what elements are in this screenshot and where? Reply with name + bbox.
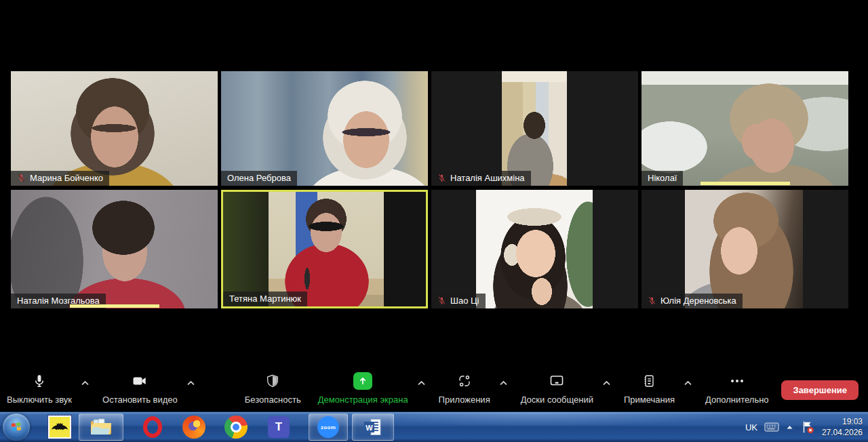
participant-nametag: Шао Ці: [431, 294, 486, 308]
svg-text:W: W: [366, 424, 373, 432]
mute-options-chevron[interactable]: [81, 376, 90, 388]
opera-icon: [143, 416, 162, 438]
stop-video-button[interactable]: Остановить видео: [102, 370, 178, 405]
participant-nametag: Наталія Ашихміна: [431, 171, 531, 186]
share-screen-button-label: Демонстрация экрана: [318, 395, 408, 405]
notes-button[interactable]: Примечания: [624, 370, 675, 405]
muted-mic-icon: [437, 296, 446, 305]
participant-video: [642, 71, 848, 186]
end-meeting-button[interactable]: Завершение: [781, 380, 859, 400]
apps-icon: [457, 372, 472, 390]
notes-icon: [642, 372, 656, 390]
muted-mic-icon: [17, 174, 26, 182]
whiteboards-button[interactable]: Доски сообщений: [521, 370, 593, 405]
taskbar-item-word[interactable]: W: [352, 414, 394, 441]
share-options-chevron[interactable]: [417, 376, 426, 388]
taskbar-item-thebat[interactable]: [46, 412, 73, 442]
bat-mail-icon: [48, 416, 71, 439]
participant-video: [11, 71, 218, 186]
whiteboard-icon: [549, 372, 565, 390]
participant-name: Юлія Дереновська: [660, 296, 736, 306]
participant-tile[interactable]: Марина Бойченко: [11, 71, 218, 186]
video-options-chevron[interactable]: [186, 376, 195, 388]
taskbar-item-zoom[interactable]: zoom: [309, 414, 348, 441]
muted-mic-icon: [648, 296, 656, 305]
participant-name: Ніколаї: [648, 173, 677, 183]
taskbar-item-explorer[interactable]: [79, 414, 123, 441]
participant-tile[interactable]: Шао Ці: [431, 190, 638, 308]
participant-nametag: Ніколаї: [642, 171, 683, 186]
participant-video: [685, 190, 803, 308]
participant-tile[interactable]: Олена Реброва: [221, 71, 428, 186]
mute-button-label: Выключить звук: [7, 395, 72, 405]
more-button[interactable]: Дополнительно: [705, 370, 769, 405]
word-icon: W: [363, 417, 383, 437]
participant-name: Наталія Ашихміна: [450, 173, 525, 183]
participant-name: Марина Бойченко: [30, 173, 103, 183]
chrome-icon: [224, 416, 248, 439]
participant-nametag: Олена Реброва: [221, 171, 297, 186]
show-hidden-icons-chevron[interactable]: [786, 424, 793, 430]
clock-date: 27.04.2026: [822, 427, 863, 438]
participant-nametag: Тетяна Мартинюк: [223, 292, 307, 306]
windows-logo-icon: [3, 414, 30, 441]
apps-button[interactable]: Приложения: [439, 370, 490, 405]
microphone-icon: [32, 372, 47, 390]
security-button[interactable]: Безопасность: [245, 370, 301, 405]
participant-tile-active-speaker[interactable]: Тетяна Мартинюк: [221, 190, 428, 308]
taskbar-clock[interactable]: 19:03 27.04.2026: [822, 416, 863, 438]
participant-name: Тетяна Мартинюк: [229, 294, 301, 304]
apps-button-label: Приложения: [439, 395, 490, 405]
video-grid: Марина Бойченко Олена Реброва Наталія Аш…: [11, 71, 848, 308]
audio-level-bar: [70, 304, 159, 308]
file-explorer-icon: [90, 418, 113, 437]
taskbar-item-opera[interactable]: [139, 412, 166, 442]
participant-name: Шао Ці: [450, 296, 479, 306]
camera-icon: [132, 372, 148, 390]
taskbar-item-teams[interactable]: T: [265, 412, 292, 442]
notes-options-chevron[interactable]: [684, 376, 692, 388]
keyboard-layout-icon[interactable]: [764, 422, 779, 433]
participant-tile[interactable]: Наталія Мозгальова: [11, 190, 218, 308]
taskbar-item-chrome[interactable]: [222, 412, 250, 442]
participant-video: [502, 71, 567, 186]
share-screen-icon: [353, 372, 372, 390]
participant-name: Олена Реброва: [227, 173, 291, 183]
zoom-meeting-window: Марина Бойченко Олена Реброва Наталія Аш…: [0, 0, 868, 442]
participant-nametag: Марина Бойченко: [11, 171, 109, 186]
security-button-label: Безопасность: [245, 395, 301, 405]
start-button[interactable]: [1, 412, 31, 442]
system-tray: UK 19:03 27.04.2026: [745, 412, 868, 442]
audio-level-bar: [701, 182, 790, 185]
participant-video: [221, 71, 428, 186]
whiteboards-button-label: Доски сообщений: [521, 395, 593, 405]
stop-video-button-label: Остановить видео: [102, 395, 178, 405]
teams-icon: T: [268, 416, 290, 438]
notes-button-label: Примечания: [624, 395, 675, 405]
zoom-app-icon: zoom: [317, 416, 339, 438]
participant-tile[interactable]: Ніколаї: [642, 71, 848, 186]
windows-taskbar: T zoom W UK: [0, 411, 868, 442]
language-indicator[interactable]: UK: [745, 422, 757, 433]
more-ellipsis-icon: [729, 372, 745, 390]
participant-tile[interactable]: Юлія Дереновська: [642, 190, 848, 308]
participant-tile[interactable]: Наталія Ашихміна: [431, 71, 638, 186]
action-center-flag-icon[interactable]: [800, 419, 815, 435]
participant-nametag: Юлія Дереновська: [642, 294, 743, 308]
apps-options-chevron[interactable]: [499, 376, 508, 388]
clock-time: 19:03: [822, 416, 863, 427]
participant-video: [11, 190, 218, 308]
participant-video: [269, 192, 384, 306]
muted-mic-icon: [437, 174, 446, 182]
mute-button[interactable]: Выключить звук: [7, 370, 72, 405]
whiteboards-options-chevron[interactable]: [602, 376, 611, 388]
more-button-label: Дополнительно: [705, 395, 769, 405]
firefox-icon: [182, 416, 205, 439]
share-screen-button[interactable]: Демонстрация экрана: [318, 370, 408, 405]
taskbar-item-firefox[interactable]: [180, 412, 208, 442]
shield-icon: [265, 372, 280, 390]
meeting-toolbar: Выключить звук Остановить видео: [0, 370, 868, 412]
participant-video: [476, 190, 593, 308]
